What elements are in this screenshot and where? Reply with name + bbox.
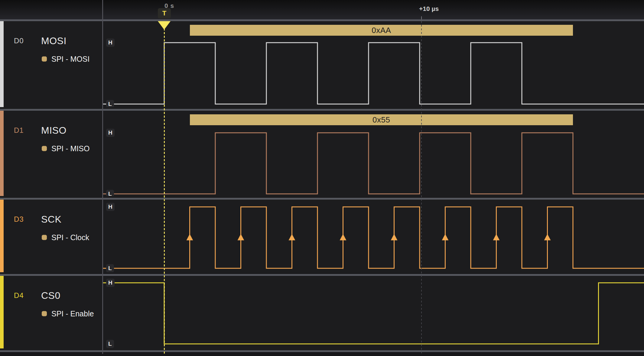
rising-edge-arrow-icon	[493, 234, 500, 240]
rising-edge-arrow-icon	[544, 234, 551, 240]
rising-edge-arrow-icon	[238, 234, 244, 240]
channel-color-strip	[0, 21, 4, 107]
high-level-label: H	[106, 203, 115, 211]
channel-name: MOSI	[41, 35, 67, 47]
channel-label-panel[interactable]: D4CS0SPI - Enable	[4, 276, 102, 348]
rising-edge-arrow-icon	[442, 234, 449, 240]
waveform-trace	[103, 43, 644, 104]
analyzer-row: SPI - MISO	[42, 144, 89, 153]
analyzer-color-swatch-icon	[42, 57, 47, 62]
trigger-marker-label: T	[162, 9, 166, 17]
waveform-trace	[103, 207, 644, 268]
channel-rows-container: D0MOSISPI - MOSIHL0xAAD1MISOSPI - MISOHL…	[0, 21, 644, 352]
high-level-label: H	[106, 39, 115, 47]
waveform-plot-area[interactable]: HL0x55	[103, 111, 644, 196]
channel-row-d4: D4CS0SPI - EnableHL	[0, 276, 644, 352]
channel-color-strip	[0, 276, 4, 348]
waveform-trace	[103, 283, 644, 344]
trigger-marker-icon[interactable]	[158, 21, 171, 30]
analyzer-row: SPI - MOSI	[42, 55, 89, 64]
channel-id: D3	[14, 215, 24, 224]
high-level-label: H	[106, 279, 115, 287]
waveform-plot-area[interactable]: HL	[103, 200, 644, 272]
channel-name: CS0	[41, 290, 60, 301]
trigger-marker-badge[interactable]: T	[158, 8, 171, 18]
analyzer-label: SPI - Enable	[51, 309, 94, 318]
annotation-bar: 0x55	[190, 114, 573, 125]
rising-edge-arrow-icon	[391, 234, 398, 240]
analyzer-row: SPI - Enable	[42, 309, 94, 318]
channel-color-strip	[0, 111, 4, 196]
panel-plot-divider[interactable]	[102, 0, 103, 354]
analyzer-color-swatch-icon	[42, 235, 47, 240]
rising-edge-arrow-icon	[340, 234, 346, 240]
channel-name: SCK	[41, 214, 61, 225]
offset-tick-mark	[421, 16, 422, 19]
analyzer-label: SPI - MISO	[51, 144, 89, 153]
channel-id: D4	[14, 291, 24, 300]
analyzer-color-swatch-icon	[42, 146, 47, 151]
waveform-plot-area[interactable]: HL	[103, 276, 644, 348]
channel-row-d1: D1MISOSPI - MISOHL0x55	[0, 111, 644, 200]
analyzer-label: SPI - MOSI	[51, 55, 89, 64]
annotation-bar: 0xAA	[190, 25, 573, 36]
channel-label-panel[interactable]: D1MISOSPI - MISO	[4, 111, 102, 196]
channel-row-d3: D3SCKSPI - ClockHL	[0, 200, 644, 276]
low-level-label: L	[106, 264, 114, 272]
channel-color-strip	[0, 200, 4, 272]
annotation-value: 0xAA	[372, 26, 391, 35]
trigger-line	[164, 21, 165, 354]
analyzer-color-swatch-icon	[42, 311, 47, 316]
high-level-label: H	[106, 129, 115, 137]
low-level-label: L	[106, 100, 114, 107]
channel-label-panel[interactable]: D3SCKSPI - Clock	[4, 200, 102, 272]
time-gridline	[421, 21, 422, 354]
low-level-label: L	[106, 340, 114, 348]
rising-edge-arrow-icon	[289, 234, 295, 240]
annotation-value: 0x55	[372, 115, 390, 125]
channel-name: MISO	[41, 125, 67, 136]
analyzer-label: SPI - Clock	[51, 233, 89, 242]
low-level-label: L	[106, 190, 114, 196]
waveform-svg	[103, 200, 644, 272]
waveform-plot-area[interactable]: HL0xAA	[103, 21, 644, 107]
rising-edge-arrow-icon	[187, 234, 193, 240]
timeline-header[interactable]: 0 s T +10 µs	[0, 0, 644, 21]
channel-label-panel[interactable]: D0MOSISPI - MOSI	[4, 21, 102, 107]
waveform-svg	[103, 276, 644, 348]
channel-row-d0: D0MOSISPI - MOSIHL0xAA	[0, 21, 644, 111]
channel-id: D1	[14, 126, 24, 135]
channel-id: D0	[14, 37, 24, 45]
waveform-trace	[103, 133, 644, 194]
offset-tick-label: +10 µs	[419, 5, 439, 12]
logic-analyzer-capture-view: 0 s T +10 µs D0MOSISPI - MOSIHL0xAAD1MIS…	[0, 0, 644, 356]
analyzer-row: SPI - Clock	[42, 233, 89, 242]
